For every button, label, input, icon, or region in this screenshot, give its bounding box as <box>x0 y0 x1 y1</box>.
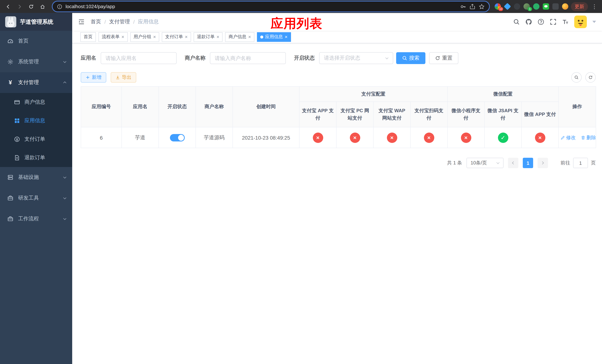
extension-icon[interactable] <box>514 3 520 10</box>
extension-icon[interactable]: 1 <box>524 3 530 10</box>
avatar-caret-icon[interactable] <box>592 21 596 23</box>
col-merchant: 商户名称 <box>196 86 233 127</box>
refresh-table-button[interactable] <box>585 72 596 83</box>
sidebar-item-pay-order[interactable]: 支付订单 <box>0 130 72 149</box>
app-logo[interactable]: 芋道管理系统 <box>0 13 72 31</box>
breadcrumb-home[interactable]: 首页 <box>91 19 101 25</box>
search-button[interactable]: 搜索 <box>396 52 425 64</box>
col-alipay-wap: 支付宝 WAP 网站支付 <box>373 102 410 127</box>
page-unit-label: 页 <box>591 160 596 166</box>
tab-user-group[interactable]: 用户分组× <box>130 32 159 42</box>
fullscreen-icon[interactable] <box>550 19 557 25</box>
browser-home-icon[interactable] <box>38 2 47 11</box>
extension-icon[interactable]: 10 <box>495 3 501 10</box>
sidebar-item-home[interactable]: 首页 <box>0 31 72 52</box>
browser-back-icon[interactable] <box>4 2 13 11</box>
extension-icon[interactable] <box>562 3 568 10</box>
status-select[interactable]: 请选择开启状态 <box>319 52 393 64</box>
url-bar[interactable]: localhost:1024/pay/app <box>53 1 489 11</box>
col-alipay-app: 支付宝 APP 支付 <box>299 102 336 127</box>
site-info-icon[interactable] <box>57 4 62 9</box>
sidebar-fold-icon[interactable] <box>78 19 85 25</box>
toolbar-right <box>571 72 596 83</box>
github-icon[interactable] <box>525 19 532 25</box>
close-icon[interactable]: × <box>285 34 288 39</box>
gear-icon <box>7 59 13 65</box>
bookmark-star-icon[interactable] <box>479 3 485 10</box>
browser-forward-icon[interactable] <box>15 2 24 11</box>
tab-refund-order[interactable]: 退款订单× <box>194 32 223 42</box>
toggle-search-button[interactable] <box>571 72 582 83</box>
wechat-app-status-icon: × <box>535 132 545 143</box>
breadcrumb: 首页 / 支付管理 / 应用信息 <box>91 19 159 25</box>
browser-chrome: localhost:1024/pay/app 10 1 更新 ⋮ <box>0 0 602 13</box>
col-status: 开启状态 <box>159 86 196 127</box>
download-icon <box>116 75 120 80</box>
header-search-icon[interactable] <box>513 19 520 25</box>
tab-app-info[interactable]: 应用信息× <box>257 32 291 42</box>
edit-button[interactable]: 修改 <box>560 134 576 141</box>
extension-icon[interactable] <box>504 3 511 10</box>
sidebar-item-merchant-info[interactable]: 商户信息 <box>0 93 72 111</box>
status-toggle[interactable] <box>170 134 184 141</box>
sidebar-item-refund-order[interactable]: 退款订单 <box>0 149 72 167</box>
col-wechat-app: 微信 APP 支付 <box>521 102 559 127</box>
next-page-button[interactable] <box>538 158 548 168</box>
page-size-select[interactable]: 10条/页 <box>466 158 504 168</box>
sidebar-item-infra[interactable]: 基础设施 <box>0 167 72 188</box>
password-key-icon[interactable] <box>460 3 466 10</box>
close-icon[interactable]: × <box>121 34 124 39</box>
sidebar-item-payment[interactable]: ¥ 支付管理 <box>0 72 72 93</box>
current-page[interactable]: 1 <box>523 158 533 168</box>
close-icon[interactable]: × <box>185 34 188 39</box>
sidebar-item-dev-tools[interactable]: 研发工具 <box>0 188 72 208</box>
col-created-at: 创建时间 <box>233 86 299 127</box>
delete-button[interactable]: 删除 <box>581 134 596 141</box>
help-icon[interactable] <box>538 19 544 25</box>
coin-icon <box>14 136 20 142</box>
url-text[interactable]: localhost:1024/pay/app <box>65 4 457 9</box>
cell-merchant: 芋道源码 <box>196 127 233 148</box>
extension-icon[interactable] <box>543 3 549 10</box>
merchant-name-input[interactable] <box>210 52 286 64</box>
breadcrumb-section[interactable]: 支付管理 <box>109 19 130 25</box>
share-icon[interactable] <box>469 3 475 10</box>
chrome-update-button[interactable]: 更新 <box>571 2 588 11</box>
screenshot-root: localhost:1024/pay/app 10 1 更新 ⋮ 芋道管理系统 <box>0 0 602 364</box>
reset-button[interactable]: 重置 <box>429 52 458 64</box>
tab-home[interactable]: 首页 <box>80 32 96 42</box>
breadcrumb-current: 应用信息 <box>138 19 159 25</box>
add-button[interactable]: 新增 <box>81 72 106 83</box>
tab-pay-order[interactable]: 支付订单× <box>162 32 191 42</box>
prev-page-button[interactable] <box>508 158 518 168</box>
goto-page-input[interactable] <box>573 158 588 168</box>
sidebar-item-app-info[interactable]: 应用信息 <box>0 111 72 130</box>
search-icon <box>402 55 407 61</box>
wechat-mini-status-icon: × <box>461 132 471 143</box>
edit-icon <box>560 135 565 140</box>
sidebar-item-label: 基础设施 <box>18 174 39 181</box>
sidebar-item-workflow[interactable]: 工作流程 <box>0 208 72 229</box>
chrome-menu-icon[interactable]: ⋮ <box>591 3 598 10</box>
col-group-wechat: 微信配置 <box>447 86 559 102</box>
sidebar-item-system[interactable]: 系统管理 <box>0 52 72 72</box>
close-icon[interactable]: × <box>153 34 156 39</box>
tab-process-form[interactable]: 流程表单× <box>98 32 128 42</box>
close-icon[interactable]: × <box>216 34 219 39</box>
close-icon[interactable]: × <box>248 34 251 39</box>
font-size-icon[interactable] <box>562 19 569 25</box>
browser-reload-icon[interactable] <box>27 2 35 11</box>
app-name-input[interactable] <box>101 52 177 64</box>
sidebar-submenu-payment: 商户信息 应用信息 支付订单 退款订单 <box>0 93 72 167</box>
sidebar: 芋道管理系统 首页 系统管理 ¥ 支付管理 商户信息 <box>0 13 72 364</box>
sidebar-item-label: 退款订单 <box>24 154 45 161</box>
extension-icon[interactable] <box>552 3 559 10</box>
extension-icon[interactable] <box>533 3 539 10</box>
refresh-icon <box>435 55 440 61</box>
chevron-down-icon <box>385 56 389 60</box>
tab-merchant-info[interactable]: 商户信息× <box>225 32 254 42</box>
user-avatar[interactable] <box>574 16 587 28</box>
export-button[interactable]: 导出 <box>111 72 136 83</box>
extension-badge: 10 <box>498 7 503 11</box>
cell-app-name: 芋道 <box>122 127 159 148</box>
